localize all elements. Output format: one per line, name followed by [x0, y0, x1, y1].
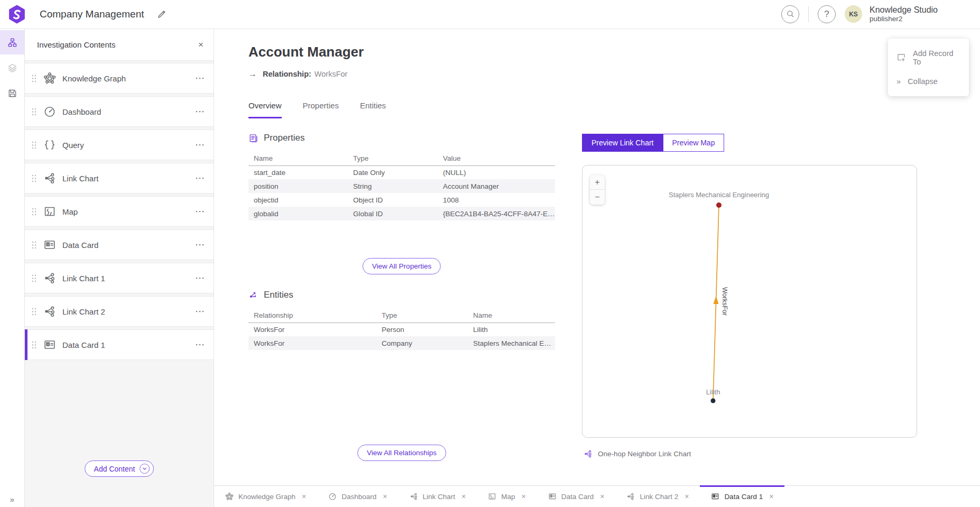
entity-row-staplers-mechanical-eng-: WorksForCompanyStaplers Mechanical Eng..… [248, 336, 555, 350]
edge-arrow-icon [714, 296, 719, 304]
search-button[interactable] [781, 5, 799, 23]
tab-entities[interactable]: Entities [360, 101, 386, 118]
chevron-down-icon [140, 464, 150, 474]
properties-section: Properties NameTypeValue start_dateDate … [248, 133, 555, 220]
bottom-tab-dashboard[interactable]: Dashboard× [317, 486, 398, 507]
sidebar-item-query[interactable]: Query⋯ [25, 130, 214, 160]
top-bar: Company Management ? KS Knowledge Studio… [0, 0, 980, 29]
help-button[interactable]: ? [818, 5, 836, 23]
bottom-tab-map[interactable]: Map× [477, 486, 537, 507]
avatar[interactable]: KS [845, 5, 862, 23]
tab-close-icon[interactable]: × [769, 492, 773, 501]
item-menu-button[interactable]: ⋯ [195, 239, 205, 251]
drag-handle-icon[interactable] [32, 108, 36, 116]
item-menu-button[interactable]: ⋯ [195, 106, 205, 117]
sidebar-item-data-card[interactable]: Data Card⋯ [25, 229, 214, 260]
link-chart-icon [43, 305, 56, 318]
data-card-icon [548, 492, 557, 501]
save-icon [7, 88, 17, 98]
entities-icon [248, 290, 258, 300]
entity-link[interactable]: Lilith [468, 322, 555, 336]
sidebar-item-data-card-1[interactable]: Data Card 1⋯ [25, 329, 214, 360]
add-content-button[interactable]: Add Content [85, 460, 154, 477]
tab-close-icon[interactable]: × [521, 492, 525, 501]
tab-overview[interactable]: Overview [248, 101, 282, 118]
properties-section-header: Properties [248, 133, 555, 143]
link-chart-preview: + − Staplers Mechanical Engineering Work… [582, 165, 917, 438]
rail-investigation-contents-button[interactable] [0, 30, 24, 54]
item-menu-button[interactable]: ⋯ [195, 172, 205, 184]
item-menu-button[interactable]: ⋯ [195, 339, 205, 351]
layers-icon [7, 63, 17, 73]
chart-caption-text: One-hop Neighbor Link Chart [598, 450, 691, 458]
tab-close-icon[interactable]: × [302, 492, 306, 501]
tab-close-icon[interactable]: × [461, 492, 466, 501]
column-header-name: Name [468, 308, 555, 322]
main-content: Account Manager → Relationship: WorksFor… [214, 29, 980, 485]
drag-handle-icon[interactable] [32, 341, 36, 349]
item-menu-button[interactable]: ⋯ [195, 306, 205, 317]
item-menu-button[interactable]: ⋯ [195, 206, 205, 217]
bottom-tab-data-card[interactable]: Data Card× [537, 486, 616, 507]
drag-handle-icon[interactable] [32, 274, 36, 282]
rail-save-button[interactable] [0, 81, 24, 105]
sidebar-item-link-chart[interactable]: Link Chart⋯ [25, 163, 214, 193]
record-subtitle: → Relationship: WorksFor [248, 69, 347, 79]
tab-close-icon[interactable]: × [685, 492, 689, 501]
column-header-type: Type [376, 308, 468, 322]
item-menu-button[interactable]: ⋯ [195, 272, 205, 284]
dashboard-icon [43, 105, 56, 118]
drag-handle-icon[interactable] [32, 208, 36, 216]
knowledge-graph-icon [225, 492, 234, 501]
person-node-label[interactable]: Lilith [706, 388, 720, 396]
entities-section-header: Entities [248, 290, 555, 300]
subtitle-label: Relationship: [263, 70, 311, 78]
sidebar-item-link-chart-2[interactable]: Link Chart 2⋯ [25, 296, 214, 327]
sidebar-item-link-chart-1[interactable]: Link Chart 1⋯ [25, 263, 214, 293]
sidebar-item-dashboard[interactable]: Dashboard⋯ [25, 96, 214, 127]
map-icon [43, 205, 56, 218]
tab-close-icon[interactable]: × [383, 492, 387, 501]
edge-label[interactable]: WorksFor [721, 287, 728, 316]
view-all-relationships-button[interactable]: View All Relationships [357, 445, 446, 461]
link-chart-icon [43, 172, 56, 185]
bottom-tab-link-chart[interactable]: Link Chart× [399, 486, 477, 507]
preview-toggle-group: Preview Link ChartPreview Map [582, 134, 724, 152]
subtitle-value: WorksFor [315, 70, 348, 78]
query-icon [43, 139, 56, 151]
record-context-menu: Add Record To»Collapse [888, 39, 969, 96]
preview-map-button[interactable]: Preview Map [663, 134, 725, 152]
bottom-tab-bar: Knowledge Graph×Dashboard×Link Chart×Map… [214, 485, 980, 507]
tab-close-icon[interactable]: × [600, 492, 604, 501]
properties-icon [248, 133, 258, 143]
panel-header: Investigation Contents × [25, 29, 214, 61]
user-role: publisher2 [870, 15, 938, 23]
close-panel-icon[interactable]: × [198, 40, 204, 49]
item-menu-button[interactable]: ⋯ [195, 72, 205, 84]
person-node-dot [711, 399, 716, 403]
drag-handle-icon[interactable] [32, 174, 36, 182]
link-chart-canvas[interactable] [583, 165, 917, 437]
view-all-properties-button[interactable]: View All Properties [363, 258, 441, 274]
menu-item-add-record-to[interactable]: Add Record To [888, 44, 969, 71]
contents-list: Knowledge Graph⋯Dashboard⋯Query⋯Link Cha… [25, 61, 214, 360]
edit-title-pencil-icon[interactable] [157, 10, 167, 19]
tab-properties[interactable]: Properties [303, 101, 339, 118]
menu-item-collapse[interactable]: »Collapse [888, 71, 969, 91]
sidebar-item-map[interactable]: Map⋯ [25, 196, 214, 227]
expand-panel-button[interactable]: » [0, 495, 24, 504]
bottom-tab-link-chart-2[interactable]: Link Chart 2× [615, 486, 700, 507]
drag-handle-icon[interactable] [32, 308, 36, 316]
drag-handle-icon[interactable] [32, 75, 36, 82]
drag-handle-icon[interactable] [32, 141, 36, 149]
map-icon [488, 492, 496, 501]
drag-handle-icon[interactable] [32, 241, 36, 249]
sidebar-item-knowledge-graph[interactable]: Knowledge Graph⋯ [25, 63, 214, 94]
preview-link-chart-button[interactable]: Preview Link Chart [582, 134, 663, 152]
item-menu-button[interactable]: ⋯ [195, 139, 205, 151]
rail-layers-button[interactable] [0, 56, 24, 80]
company-node-label[interactable]: Staplers Mechanical Engineering [669, 191, 769, 199]
entity-link[interactable]: Staplers Mechanical Eng... [468, 336, 555, 350]
bottom-tab-data-card-1[interactable]: Data Card 1× [700, 486, 784, 507]
bottom-tab-knowledge-graph[interactable]: Knowledge Graph× [214, 486, 317, 507]
